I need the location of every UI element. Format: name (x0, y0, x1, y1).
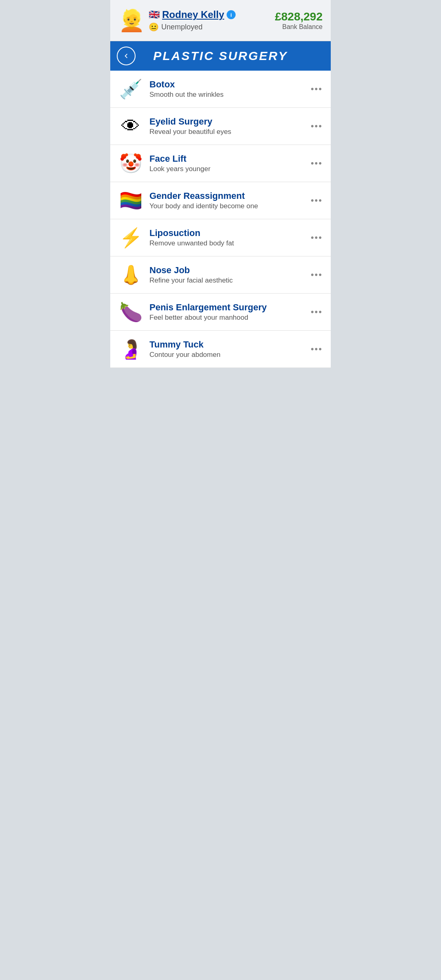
botox-name: Botox (149, 79, 301, 90)
back-button[interactable] (117, 47, 136, 65)
back-arrow-icon (122, 51, 131, 60)
facelift-menu-dots[interactable]: ••• (307, 158, 323, 169)
surgery-item-botox[interactable]: 💉 Botox Smooth out the wrinkles ••• (110, 71, 331, 108)
gender-menu-dots[interactable]: ••• (307, 195, 323, 206)
gender-desc: Your body and identity become one (149, 202, 301, 210)
player-name[interactable]: Rodney Kelly (162, 9, 224, 20)
botox-icon: 💉 (118, 78, 143, 100)
page-banner: PLASTIC SURGERY (110, 41, 331, 71)
tummy-info: Tummy Tuck Contour your abdomen (149, 339, 301, 359)
lipo-icon: ⚡ (118, 227, 143, 249)
tummy-icon: 🤰 (118, 338, 143, 360)
lipo-info: Liposuction Remove unwanted body fat (149, 228, 301, 247)
penis-name: Penis Enlargement Surgery (149, 302, 301, 313)
eyelid-info: Eyelid Surgery Reveal your beautiful eye… (149, 116, 301, 136)
botox-menu-dots[interactable]: ••• (307, 84, 323, 94)
surgery-item-tummy[interactable]: 🤰 Tummy Tuck Contour your abdomen ••• (110, 331, 331, 368)
nose-info: Nose Job Refine your facial aesthetic (149, 265, 301, 285)
header-left: 👱 🇬🇧 Rodney Kelly i 😐 Unemployed (118, 7, 236, 33)
status-row: 😐 Unemployed (149, 22, 236, 32)
penis-menu-dots[interactable]: ••• (307, 307, 323, 317)
banner-title: PLASTIC SURGERY (136, 49, 305, 63)
botox-desc: Smooth out the wrinkles (149, 91, 301, 99)
eyelid-icon: 👁 (118, 115, 143, 137)
status-text: Unemployed (161, 23, 203, 31)
facelift-name: Face Lift (149, 154, 301, 164)
footer-area (110, 368, 331, 511)
lipo-menu-dots[interactable]: ••• (307, 232, 323, 243)
tummy-desc: Contour your abdomen (149, 351, 301, 359)
facelift-info: Face Lift Look years younger (149, 154, 301, 173)
facelift-icon: 🤡 (118, 152, 143, 174)
facelift-desc: Look years younger (149, 165, 301, 173)
bank-balance-section: £828,292 Bank Balance (275, 10, 323, 31)
nose-name: Nose Job (149, 265, 301, 276)
surgery-list: 💉 Botox Smooth out the wrinkles ••• 👁 Ey… (110, 71, 331, 368)
bank-balance-amount: £828,292 (275, 10, 323, 23)
header-info: 🇬🇧 Rodney Kelly i 😐 Unemployed (149, 9, 236, 32)
surgery-item-penis[interactable]: 🍆 Penis Enlargement Surgery Feel better … (110, 294, 331, 331)
eyelid-menu-dots[interactable]: ••• (307, 121, 323, 131)
eyelid-name: Eyelid Surgery (149, 116, 301, 127)
surgery-item-gender[interactable]: 🏳️‍🌈 Gender Reassignment Your body and i… (110, 182, 331, 219)
status-emoji: 😐 (149, 22, 159, 32)
nose-desc: Refine your facial aesthetic (149, 276, 301, 285)
tummy-name: Tummy Tuck (149, 339, 301, 350)
tummy-menu-dots[interactable]: ••• (307, 344, 323, 354)
gender-icon: 🏳️‍🌈 (118, 189, 143, 212)
bank-balance-label: Bank Balance (275, 23, 323, 31)
info-icon[interactable]: i (227, 10, 236, 19)
penis-desc: Feel better about your manhood (149, 314, 301, 322)
avatar: 👱 (118, 7, 145, 33)
surgery-item-eyelid[interactable]: 👁 Eyelid Surgery Reveal your beautiful e… (110, 108, 331, 145)
lipo-desc: Remove unwanted body fat (149, 239, 301, 247)
flag-icon: 🇬🇧 (149, 9, 160, 20)
penis-info: Penis Enlargement Surgery Feel better ab… (149, 302, 301, 322)
penis-icon: 🍆 (118, 301, 143, 323)
surgery-item-lipo[interactable]: ⚡ Liposuction Remove unwanted body fat •… (110, 219, 331, 256)
lipo-name: Liposuction (149, 228, 301, 238)
gender-info: Gender Reassignment Your body and identi… (149, 191, 301, 210)
gender-name: Gender Reassignment (149, 191, 301, 201)
surgery-item-nose[interactable]: 👃 Nose Job Refine your facial aesthetic … (110, 256, 331, 294)
eyelid-desc: Reveal your beautiful eyes (149, 128, 301, 136)
botox-info: Botox Smooth out the wrinkles (149, 79, 301, 99)
app-header: 👱 🇬🇧 Rodney Kelly i 😐 Unemployed £828,29… (110, 0, 331, 41)
name-row: 🇬🇧 Rodney Kelly i (149, 9, 236, 20)
nose-menu-dots[interactable]: ••• (307, 270, 323, 280)
surgery-item-facelift[interactable]: 🤡 Face Lift Look years younger ••• (110, 145, 331, 182)
nose-icon: 👃 (118, 264, 143, 286)
